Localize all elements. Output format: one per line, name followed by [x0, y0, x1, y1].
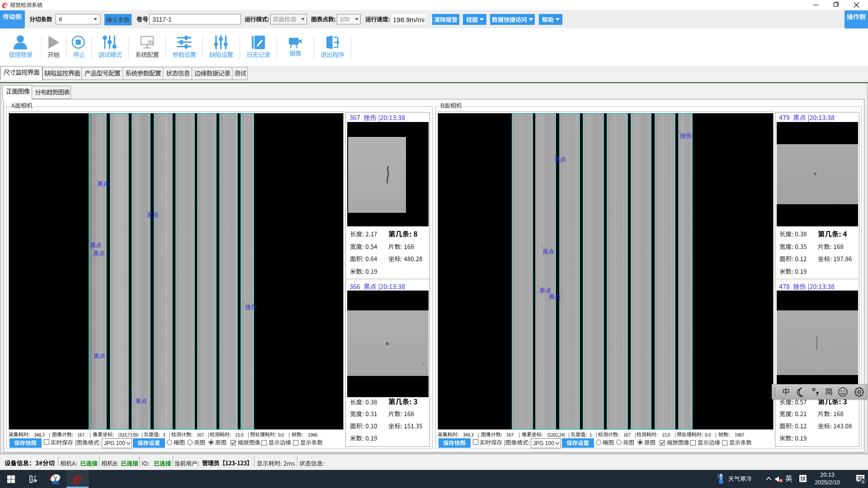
svg-text:6: 6: [862, 479, 864, 484]
